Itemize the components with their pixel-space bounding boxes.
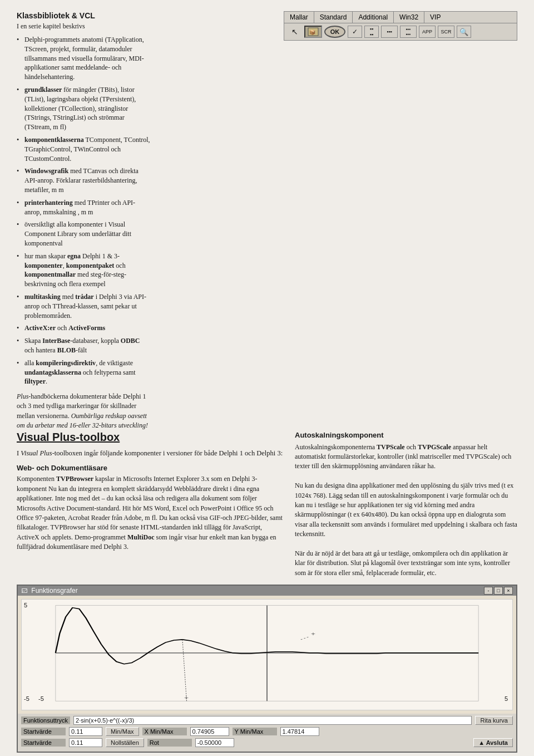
toolbar: Mallar Standard Additional Win32 VIP ↖ 📦… <box>284 11 517 41</box>
graph-controls: Funktionsuttryck 2·sin(x+0.5)·e^((-x)/3)… <box>18 714 516 752</box>
formula-input[interactable]: 2·sin(x+0.5)·e^((-x)/3) <box>73 716 472 725</box>
list-item: översiktligt alla komponenter i Visual C… <box>17 220 150 248</box>
minmax-button[interactable]: Min/Max <box>106 727 139 736</box>
klass-subhead: I en serie kapitel beskrivs <box>17 22 150 31</box>
section-title: Visual Plus-toolbox <box>17 431 284 444</box>
grid-small-icon[interactable]: ▪▪▪▪ <box>364 26 379 38</box>
tab-vip[interactable]: VIP <box>424 12 446 23</box>
bullet-text: översiktligt alla komponenter i Visual C… <box>24 220 131 247</box>
graph-titlebar: 🗠 Funktionsgrafer - □ × <box>18 586 516 596</box>
nollstall-button[interactable]: Nollställen <box>106 738 144 747</box>
maximize-button[interactable]: □ <box>494 587 503 595</box>
bullet-bold2: komponenter <box>24 262 63 269</box>
list-item: hur man skapar egna Delphi 1 & 3-kompone… <box>17 252 150 289</box>
app-icon[interactable]: APP <box>419 26 436 38</box>
xminmax-value: 0.74905 <box>190 727 229 736</box>
x-axis-left-label: -5 <box>38 695 44 702</box>
bullet-bold2: ODBC <box>121 337 140 345</box>
component-browse-icon[interactable]: 📦 <box>304 26 322 38</box>
intro-text: I Visual Plus-toolboxen ingår följande k… <box>17 448 284 459</box>
icon-row: ↖ 📦 OK ✓ ▪▪▪▪ ▪▪▪ ▪▪▪▪▪▪ APP SCR 🔍 <box>284 23 517 40</box>
startvarde2-label: Startvärde <box>21 739 66 747</box>
svg-text:+: + <box>184 695 189 701</box>
bullet-bold4: komponentmallar <box>24 271 76 278</box>
avsluta-button[interactable]: ▲ Avsluta <box>473 738 513 747</box>
bullet-text: Delphi-programmets anatomi (TApplication… <box>24 36 144 81</box>
cursor-icon[interactable]: ↖ <box>288 26 302 38</box>
list-item: Delphi-programmets anatomi (TApplication… <box>17 35 150 82</box>
bullet-bold: grundklasser <box>24 86 62 94</box>
check-mark-icon[interactable]: ✓ <box>348 26 362 38</box>
svg-text:📦: 📦 <box>309 29 316 36</box>
close-button[interactable]: × <box>504 587 513 595</box>
x-axis-right-label: 5 <box>505 695 508 702</box>
tab-win32[interactable]: Win32 <box>394 12 424 23</box>
list-item: grundklasser för mängder (TBits), listor… <box>17 85 150 132</box>
bullet-bold3: filtyper <box>24 377 46 385</box>
klass-heading: Klassbibliotek & VCL <box>17 11 150 20</box>
titlebar-buttons: - □ × <box>484 587 513 595</box>
formula-row: Funktionsuttryck 2·sin(x+0.5)·e^((-x)/3)… <box>21 716 513 725</box>
bullet-bold: komponentklasserna <box>24 136 84 144</box>
tab-mallar[interactable]: Mallar <box>284 12 314 23</box>
autoscal-title: Autoskalningskomponent <box>295 431 517 439</box>
footer-blurb: Plus-handböckerna dokumenterar både Delp… <box>17 392 150 431</box>
bullet-bold3: komponentpaket <box>66 262 115 269</box>
tab-standard[interactable]: Standard <box>314 12 353 23</box>
nollstall-row: Startvärde 0.11 Nollställen Rot -0.50000… <box>21 738 513 747</box>
tab-additional[interactable]: Additional <box>353 12 394 23</box>
bullet-bold: ActiveX:er <box>24 324 56 332</box>
main-content: Visual Plus-toolbox I Visual Plus-toolbo… <box>17 431 517 578</box>
start-val2-input[interactable]: 0.11 <box>69 738 102 747</box>
list-item: alla kompileringsdirektiv, de viktigaste… <box>17 359 150 386</box>
minimize-button[interactable]: - <box>484 587 493 595</box>
funktionsuttryck-label: Funktionsuttryck <box>21 716 70 724</box>
graph-title: 🗠 Funktionsgrafer <box>21 587 78 595</box>
xminmax-label: X Min/Max <box>142 728 187 735</box>
minmax-row: Startvärde 0.11 Min/Max X Min/Max 0.7490… <box>21 727 513 736</box>
rot-label: Rot <box>147 739 192 747</box>
bullet-bold: InterBase <box>42 337 70 345</box>
startvarde1-label: Startvärde <box>21 728 66 735</box>
bullet-bold2: ActiveForms <box>68 324 105 332</box>
right-column: Autoskalningskomponent Autoskalningskomp… <box>295 431 517 578</box>
list-item: komponentklasserna TComponent, TControl,… <box>17 135 150 163</box>
graph-section: 🗠 Funktionsgrafer - □ × 5 -5 -5 5 <box>17 585 517 756</box>
list-item: multitasking med trådar i Delphi 3 via A… <box>17 292 150 320</box>
graph-window: 🗠 Funktionsgrafer - □ × 5 -5 -5 5 <box>17 585 517 753</box>
left-column: Klassbibliotek & VCL I en serie kapitel … <box>17 11 150 431</box>
bullet-bold: multitasking <box>24 293 61 301</box>
y-axis-top-label: 5 <box>24 602 27 608</box>
start-val1-input[interactable]: 0.11 <box>69 727 102 736</box>
yminmax-label: Y Min/Max <box>233 728 277 735</box>
scr-icon[interactable]: SCR <box>438 26 454 38</box>
bullet-bold: kompileringsdirektiv <box>36 359 96 367</box>
graph-area: 5 -5 -5 5 + <box>21 599 513 710</box>
bullet-bold: egna <box>67 252 81 260</box>
bullet-bold2: undantagsklasserna <box>24 369 81 376</box>
list-item: Windowsgrafik med TCanvas och direkta AP… <box>17 166 150 194</box>
bullet-bold3: BLOB <box>57 346 76 354</box>
y-axis-bottom-label: -5 <box>24 695 29 702</box>
middle-column: Visual Plus-toolbox I Visual Plus-toolbo… <box>17 431 284 578</box>
list-item: Skapa InterBase-databaser, koppla ODBC o… <box>17 336 150 355</box>
h-split-icon[interactable]: ▪▪▪ <box>381 26 398 38</box>
ok-icon[interactable]: OK <box>324 26 345 38</box>
yminmax-value: 1.47814 <box>280 727 319 736</box>
bullet-bold: printerhantering <box>24 199 73 207</box>
autoscal-body: Autoskalningskomponenterna TVPScale och … <box>295 443 517 578</box>
bullet-bold2: trådar <box>75 293 93 301</box>
list-item: printerhantering med TPrinter och API-an… <box>17 198 150 217</box>
list-item: ActiveX:er och ActiveForms <box>17 323 150 333</box>
bullet-list: Delphi-programmets anatomi (TApplication… <box>17 35 150 386</box>
bullet-bold: Windowsgrafik <box>24 167 68 175</box>
graph-svg: + + <box>22 600 512 710</box>
rot-value: -0.50000 <box>195 738 234 747</box>
subsection1-title: Web- och Dokumentläsare <box>17 464 284 472</box>
svg-text:+: + <box>311 631 315 636</box>
svg-line-12 <box>182 640 187 701</box>
rita-button[interactable]: Rita kurva <box>475 716 513 725</box>
grid-multi-icon[interactable]: ▪▪▪▪▪▪ <box>400 26 417 38</box>
magnify-icon[interactable]: 🔍 <box>457 26 471 38</box>
tab-row: Mallar Standard Additional Win32 VIP <box>284 12 517 23</box>
